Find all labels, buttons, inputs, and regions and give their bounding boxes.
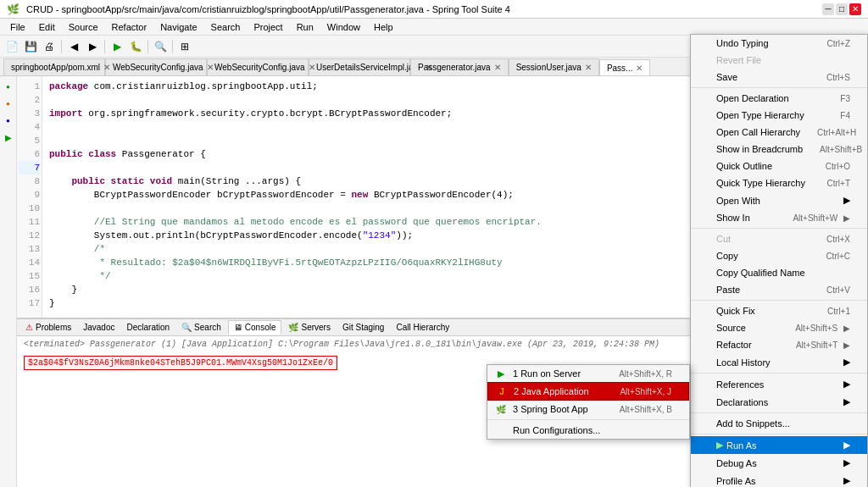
- submenu-java-application-icon: J: [495, 385, 509, 398]
- cm-source-shortcut: Alt+Shift+S ▶: [795, 324, 850, 333]
- run-as-submenu: ▶ 1 Run on Server Alt+Shift+X, R J 2 Jav…: [487, 364, 690, 440]
- cm-cut: Cut Ctrl+X: [691, 230, 867, 247]
- cm-paste-label: Paste: [716, 285, 740, 295]
- cm-open-with-label: Open With: [716, 196, 760, 206]
- cm-copy[interactable]: Copy Ctrl+C: [691, 247, 867, 264]
- submenu-spring-boot-shortcut: Alt+Shift+X, B: [620, 405, 672, 414]
- cm-references-label: References: [716, 379, 764, 390]
- cm-run-as-arrow: ▶: [843, 440, 850, 451]
- cm-save-shortcut: Ctrl+S: [826, 73, 850, 82]
- cm-undo-shortcut: Ctrl+Z: [827, 39, 851, 48]
- cm-open-with[interactable]: Open With ▶: [691, 191, 867, 209]
- cm-show-breadcrumb-shortcut: Alt+Shift+B: [820, 145, 862, 154]
- cm-open-call-hierarchy[interactable]: Open Call Hierarchy Ctrl+Alt+H: [691, 124, 867, 141]
- cm-local-history-label: Local History: [716, 357, 771, 368]
- cm-undo[interactable]: Undo Typing Ctrl+Z: [691, 35, 867, 52]
- cm-debug-as-label: Debug As: [716, 458, 757, 468]
- cm-profile-as[interactable]: Profile As ▶: [691, 472, 867, 487]
- cm-copy-shortcut: Ctrl+C: [826, 252, 850, 261]
- cm-copy-label: Copy: [716, 251, 738, 261]
- cm-references[interactable]: References ▶: [691, 375, 867, 393]
- submenu-java-application-shortcut: Alt+Shift+X, J: [620, 387, 671, 396]
- cm-revert-label: Revert File: [716, 55, 761, 65]
- cm-profile-as-arrow: ▶: [843, 475, 850, 486]
- cm-quick-type-hierarchy-label: Quick Type Hierarchy: [716, 178, 805, 188]
- cm-add-snippets-label: Add to Snippets...: [716, 418, 790, 429]
- cm-refactor[interactable]: Refactor Alt+Shift+T ▶: [691, 336, 867, 353]
- cm-run-as-icon: ▶: [716, 440, 723, 451]
- context-menu-overlay: Undo Typing Ctrl+Z Revert File Save Ctrl…: [0, 0, 868, 487]
- cm-quick-fix[interactable]: Quick Fix Ctrl+1: [691, 302, 867, 319]
- submenu-spring-boot-label: 3 Spring Boot App: [513, 404, 588, 414]
- cm-open-declaration-shortcut: F3: [840, 94, 850, 103]
- cm-debug-as-arrow: ▶: [843, 457, 850, 468]
- cm-quick-fix-shortcut: Ctrl+1: [827, 307, 850, 316]
- cm-sep5: [691, 412, 867, 413]
- cm-local-history-arrow: ▶: [843, 357, 850, 368]
- cm-copy-qualified-label: Copy Qualified Name: [716, 268, 805, 278]
- cm-source[interactable]: Source Alt+Shift+S ▶: [691, 319, 867, 336]
- cm-declarations-arrow: ▶: [843, 396, 850, 407]
- cm-open-call-hierarchy-label: Open Call Hierarchy: [716, 127, 800, 137]
- cm-local-history[interactable]: Local History ▶: [691, 353, 867, 371]
- cm-open-declaration[interactable]: Open Declaration F3: [691, 90, 867, 107]
- cm-cut-label: Cut: [716, 234, 731, 244]
- cm-declarations[interactable]: Declarations ▶: [691, 393, 867, 411]
- submenu-spring-boot-icon: 🌿: [494, 402, 508, 416]
- cm-show-in-shortcut: Alt+Shift+W ▶: [793, 213, 850, 223]
- submenu-java-application[interactable]: J 2 Java Application Alt+Shift+X, J: [487, 382, 689, 401]
- cm-open-call-hierarchy-shortcut: Ctrl+Alt+H: [817, 128, 856, 137]
- cm-save[interactable]: Save Ctrl+S: [691, 69, 867, 86]
- cm-sep3: [691, 300, 867, 301]
- cm-open-type-hierarchy-shortcut: F4: [840, 111, 850, 120]
- cm-sep4: [691, 373, 867, 374]
- submenu-run-on-server-label: 1 Run on Server: [513, 368, 581, 379]
- cm-sep2: [691, 228, 867, 229]
- cm-quick-outline-shortcut: Ctrl+O: [826, 162, 850, 171]
- cm-paste[interactable]: Paste Ctrl+V: [691, 281, 867, 298]
- cm-refactor-label: Refactor: [716, 340, 752, 350]
- submenu-run-on-server[interactable]: ▶ 1 Run on Server Alt+Shift+X, R: [487, 365, 689, 382]
- cm-revert: Revert File: [691, 52, 867, 69]
- cm-run-as[interactable]: ▶ Run As ▶: [691, 436, 867, 454]
- cm-quick-fix-label: Quick Fix: [716, 306, 755, 316]
- cm-sep6: [691, 434, 867, 434]
- cm-show-in[interactable]: Show In Alt+Shift+W ▶: [691, 209, 867, 226]
- cm-declarations-label: Declarations: [716, 397, 768, 407]
- cm-profile-as-label: Profile As: [716, 476, 755, 486]
- submenu-spring-boot[interactable]: 🌿 3 Spring Boot App Alt+Shift+X, B: [487, 401, 689, 418]
- cm-quick-outline[interactable]: Quick Outline Ctrl+O: [691, 158, 867, 174]
- submenu-run-on-server-shortcut: Alt+Shift+X, R: [619, 369, 672, 379]
- cm-open-type-hierarchy[interactable]: Open Type Hierarchy F4: [691, 107, 867, 124]
- cm-show-in-label: Show In: [716, 213, 750, 223]
- cm-show-breadcrumb-label: Show in Breadcrumb: [716, 144, 803, 154]
- cm-cut-shortcut: Ctrl+X: [826, 235, 850, 244]
- cm-references-arrow: ▶: [843, 379, 850, 390]
- cm-save-label: Save: [716, 72, 737, 82]
- cm-run-as-label: Run As: [726, 440, 756, 451]
- cm-quick-outline-label: Quick Outline: [716, 161, 772, 171]
- submenu-run-configurations[interactable]: Run Configurations...: [487, 422, 689, 439]
- cm-add-snippets[interactable]: Add to Snippets...: [691, 415, 867, 432]
- cm-sep1: [691, 87, 867, 88]
- cm-open-type-hierarchy-label: Open Type Hierarchy: [716, 110, 804, 120]
- cm-open-declaration-label: Open Declaration: [716, 93, 789, 103]
- submenu-run-configurations-label: Run Configurations...: [513, 425, 600, 435]
- cm-open-with-arrow: ▶: [843, 195, 850, 206]
- cm-debug-as[interactable]: Debug As ▶: [691, 454, 867, 472]
- submenu-sep: [487, 419, 689, 420]
- submenu-run-on-server-icon: ▶: [494, 367, 508, 380]
- cm-show-breadcrumb[interactable]: Show in Breadcrumb Alt+Shift+B: [691, 141, 867, 158]
- cm-paste-shortcut: Ctrl+V: [826, 285, 850, 295]
- cm-quick-type-hierarchy[interactable]: Quick Type Hierarchy Ctrl+T: [691, 174, 867, 191]
- cm-refactor-shortcut: Alt+Shift+T ▶: [796, 340, 850, 350]
- cm-undo-label: Undo Typing: [716, 38, 769, 48]
- cm-copy-qualified[interactable]: Copy Qualified Name: [691, 264, 867, 281]
- context-menu: Undo Typing Ctrl+Z Revert File Save Ctrl…: [690, 34, 868, 487]
- submenu-java-application-label: 2 Java Application: [514, 386, 589, 396]
- cm-quick-type-hierarchy-shortcut: Ctrl+T: [827, 179, 851, 188]
- cm-source-label: Source: [716, 323, 746, 333]
